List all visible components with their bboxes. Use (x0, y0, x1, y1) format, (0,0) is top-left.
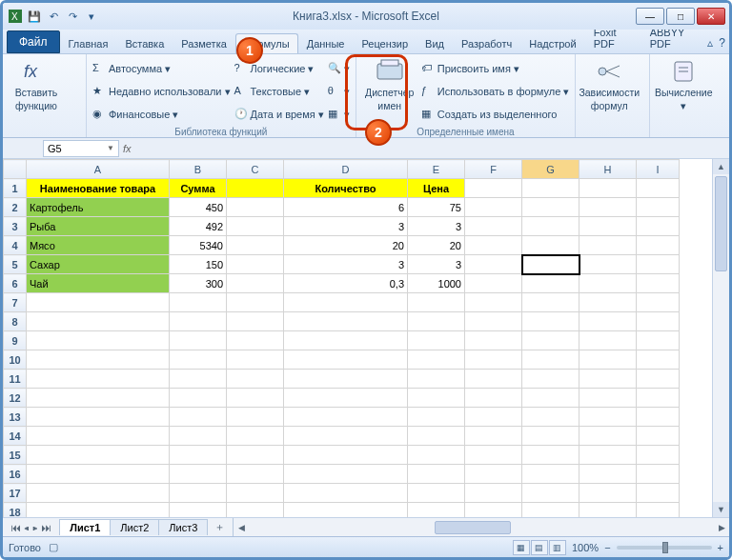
cell-A10[interactable] (27, 350, 170, 370)
cell-G15[interactable] (522, 446, 580, 465)
cell-C9[interactable] (227, 331, 284, 350)
cell-H4[interactable] (580, 236, 637, 255)
zoom-level[interactable]: 100% (572, 542, 599, 553)
cell-F11[interactable] (465, 370, 522, 389)
cell-H13[interactable] (580, 408, 637, 427)
minimize-ribbon-icon[interactable]: ▵ (707, 36, 713, 50)
cell-A8[interactable] (27, 312, 170, 331)
cell-E5[interactable]: 3 (408, 255, 465, 274)
grid[interactable]: A B C D E F G H I 1Наименование товараСу… (3, 159, 712, 517)
cell-E2[interactable]: 75 (408, 198, 465, 217)
cell-C10[interactable] (227, 350, 284, 370)
qat-dropdown-icon[interactable]: ▾ (83, 8, 100, 25)
cell-I11[interactable] (637, 370, 680, 389)
cell-A11[interactable] (27, 370, 170, 389)
cell-C8[interactable] (227, 312, 284, 331)
normal-view-button[interactable]: ▦ (513, 540, 530, 555)
cell-B18[interactable] (170, 503, 227, 518)
cell-I13[interactable] (637, 408, 680, 427)
row-header-10[interactable]: 10 (4, 350, 27, 370)
cell-I4[interactable] (637, 236, 680, 255)
cell-H5[interactable] (580, 255, 637, 274)
col-header-I[interactable]: I (637, 160, 680, 179)
cell-H14[interactable] (580, 427, 637, 446)
cell-G1[interactable] (522, 179, 580, 198)
row-header-17[interactable]: 17 (4, 484, 27, 503)
save-icon[interactable]: 💾 (26, 8, 43, 25)
cell-C11[interactable] (227, 370, 284, 389)
cell-E11[interactable] (408, 370, 465, 389)
cell-G17[interactable] (522, 484, 580, 503)
cell-A2[interactable]: Картофель (27, 198, 170, 217)
cell-F12[interactable] (465, 389, 522, 408)
cell-D10[interactable] (284, 350, 408, 370)
cell-I14[interactable] (637, 427, 680, 446)
cell-G14[interactable] (522, 427, 580, 446)
zoom-knob[interactable] (662, 542, 668, 553)
cell-A9[interactable] (27, 331, 170, 350)
cell-H18[interactable] (580, 503, 637, 518)
cell-D9[interactable] (284, 331, 408, 350)
math-button[interactable]: θ▾ (328, 81, 350, 102)
cell-D15[interactable] (284, 446, 408, 465)
file-tab[interactable]: Файл (7, 30, 60, 53)
cell-D6[interactable]: 0,3 (284, 274, 408, 293)
horizontal-scrollbar[interactable]: ◀ ▶ (233, 518, 729, 536)
cell-F6[interactable] (465, 274, 522, 293)
cell-G6[interactable] (522, 274, 580, 293)
calculation-button[interactable]: Вычисление ▾ (656, 56, 711, 137)
cell-B12[interactable] (170, 389, 227, 408)
cell-C1[interactable] (227, 179, 284, 198)
cell-C6[interactable] (227, 274, 284, 293)
cell-H1[interactable] (580, 179, 637, 198)
cell-C17[interactable] (227, 484, 284, 503)
scroll-right-icon[interactable]: ▶ (714, 523, 729, 532)
cell-E17[interactable] (408, 484, 465, 503)
cell-C18[interactable] (227, 503, 284, 518)
cell-B15[interactable] (170, 446, 227, 465)
row-header-15[interactable]: 15 (4, 446, 27, 465)
namebox-dropdown-icon[interactable]: ▼ (107, 144, 114, 152)
autosum-button[interactable]: ΣАвтосумма ▾ (92, 58, 231, 79)
zoom-in-button[interactable]: + (718, 542, 723, 553)
text-button[interactable]: AТекстовые ▾ (234, 81, 324, 102)
col-header-B[interactable]: B (170, 160, 227, 179)
cell-A14[interactable] (27, 427, 170, 446)
cell-E10[interactable] (408, 350, 465, 370)
cell-H9[interactable] (580, 331, 637, 350)
cell-A12[interactable] (27, 389, 170, 408)
row-header-4[interactable]: 4 (4, 236, 27, 255)
tab-developer[interactable]: Разработч (453, 33, 520, 53)
cell-C15[interactable] (227, 446, 284, 465)
cell-G13[interactable] (522, 408, 580, 427)
cell-H15[interactable] (580, 446, 637, 465)
row-header-6[interactable]: 6 (4, 274, 27, 293)
cell-A18[interactable] (27, 503, 170, 518)
cell-E15[interactable] (408, 446, 465, 465)
cell-H12[interactable] (580, 389, 637, 408)
row-header-12[interactable]: 12 (4, 389, 27, 408)
cell-B16[interactable] (170, 465, 227, 484)
help-icon[interactable]: ? (719, 36, 725, 50)
cell-F7[interactable] (465, 293, 522, 312)
cell-G8[interactable] (522, 312, 580, 331)
cell-C2[interactable] (227, 198, 284, 217)
cell-D18[interactable] (284, 503, 408, 518)
cell-B11[interactable] (170, 370, 227, 389)
cell-I3[interactable] (637, 217, 680, 236)
cell-F15[interactable] (465, 446, 522, 465)
cell-B13[interactable] (170, 408, 227, 427)
maximize-button[interactable]: □ (666, 8, 695, 25)
cell-I17[interactable] (637, 484, 680, 503)
zoom-slider[interactable] (617, 546, 712, 550)
cell-D11[interactable] (284, 370, 408, 389)
cell-F2[interactable] (465, 198, 522, 217)
cell-G7[interactable] (522, 293, 580, 312)
cell-F10[interactable] (465, 350, 522, 370)
cell-H8[interactable] (580, 312, 637, 331)
cell-A4[interactable]: Мясо (27, 236, 170, 255)
cell-B8[interactable] (170, 312, 227, 331)
cell-H16[interactable] (580, 465, 637, 484)
cell-C14[interactable] (227, 427, 284, 446)
cell-I9[interactable] (637, 331, 680, 350)
